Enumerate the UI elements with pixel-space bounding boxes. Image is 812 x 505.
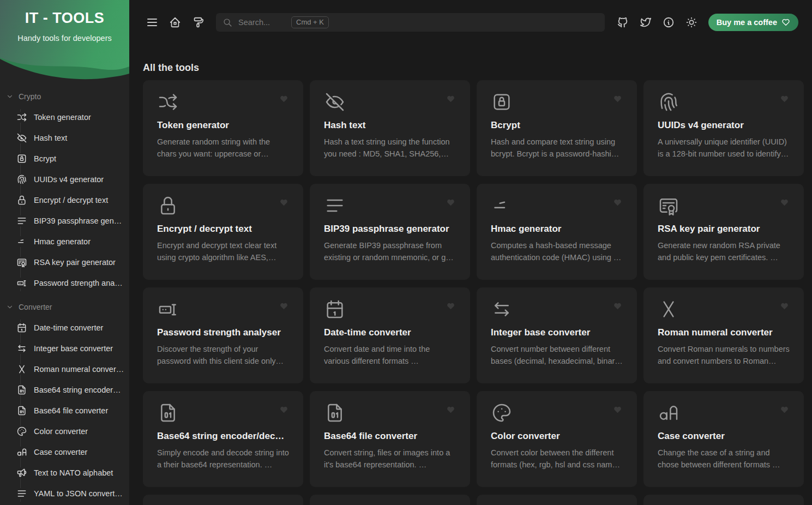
menu-button[interactable]	[143, 13, 161, 32]
sidebar-item-password-strength-ana[interactable]: Password strength ana…	[0, 273, 129, 293]
tool-card-rsa-key-pair-generator[interactable]: RSA key pair generatorGenerate new rando…	[643, 184, 804, 280]
tool-card-hmac-generator[interactable]: Hmac generatorComputes a hash-based mess…	[477, 184, 637, 280]
tool-card-partial[interactable]	[310, 495, 470, 505]
sidebar-item-label: Token generator	[34, 113, 91, 122]
buy-me-a-coffee-button[interactable]: Buy me a coffee	[708, 14, 798, 31]
theme-paint-button[interactable]	[189, 13, 207, 32]
sidebar-item-label: RSA key pair generator	[34, 258, 116, 267]
sidebar-section-header-converter[interactable]: Converter	[0, 299, 129, 315]
calendar-icon	[324, 298, 456, 320]
favorite-heart-icon[interactable]	[613, 405, 622, 414]
tool-card-integer-base-converter[interactable]: Integer base converterConvert number bet…	[477, 287, 637, 383]
search-shortcut-badge: Cmd + K	[291, 16, 329, 28]
search-input[interactable]	[238, 18, 285, 27]
sidebar-section-header-crypto[interactable]: Crypto	[0, 88, 129, 105]
tool-card-partial[interactable]	[477, 495, 637, 505]
github-button[interactable]	[613, 13, 632, 32]
theme-toggle-button[interactable]	[682, 13, 701, 32]
tool-card-description: Convert string, files or images into a i…	[324, 447, 456, 471]
hmac-lines-icon	[491, 195, 623, 217]
sidebar-item-bip39-passphrase-gen[interactable]: BIP39 passphrase gen…	[0, 211, 129, 231]
favorite-heart-icon[interactable]	[780, 198, 789, 207]
sidebar-item-case-converter[interactable]: Case converter	[0, 442, 129, 462]
favorite-heart-icon[interactable]	[780, 405, 789, 414]
sidebar-item-label: Hmac generator	[34, 237, 91, 246]
file-digit-icon	[324, 402, 456, 424]
certificate-icon	[658, 195, 790, 217]
favorite-heart-icon[interactable]	[613, 302, 622, 311]
tool-card-encrypt-decrypt-text[interactable]: Encrypt / decrypt textEncrypt and decryp…	[143, 184, 303, 280]
about-button[interactable]	[659, 13, 678, 32]
sidebar-item-bcrypt[interactable]: Bcrypt	[0, 148, 129, 169]
info-icon	[663, 16, 675, 28]
home-button[interactable]	[166, 13, 184, 32]
favorite-heart-icon[interactable]	[780, 302, 789, 311]
favorite-heart-icon[interactable]	[446, 405, 455, 414]
sidebar-item-integer-base-converter[interactable]: Integer base converter	[0, 338, 129, 359]
sidebar-nav: CryptoToken generatorHash textBcryptUUID…	[0, 82, 129, 504]
sidebar-item-base64-string-encoder[interactable]: Base64 string encoder…	[0, 380, 129, 400]
tool-card-title: Roman numeral converter	[658, 327, 790, 338]
tool-card-token-generator[interactable]: Token generatorGenerate random string wi…	[143, 80, 303, 176]
favorite-heart-icon[interactable]	[780, 94, 789, 104]
password-field-icon	[157, 298, 289, 320]
tool-card-password-strength-analyser[interactable]: Password strength analyserDiscover the s…	[143, 287, 303, 383]
palette-icon	[491, 402, 623, 424]
sidebar-item-label: Date-time converter	[34, 323, 103, 332]
sidebar-item-label: Base64 string encoder…	[34, 386, 121, 394]
eye-off-icon	[324, 91, 456, 113]
favorite-heart-icon[interactable]	[446, 198, 455, 207]
favorite-heart-icon[interactable]	[446, 94, 455, 104]
tool-card-base64-string-encoder-dec[interactable]: Base64 string encoder/dec…Simply encode …	[143, 391, 303, 487]
fingerprint-icon	[16, 174, 27, 185]
sidebar-item-color-converter[interactable]: Color converter	[0, 421, 129, 442]
tool-card-base64-file-converter[interactable]: Base64 file converterConvert string, fil…	[310, 391, 470, 487]
favorite-heart-icon[interactable]	[279, 302, 288, 311]
favorite-heart-icon[interactable]	[279, 94, 288, 104]
tool-card-uuids-v4-generator[interactable]: UUIDs v4 generatorA universally unique i…	[643, 80, 804, 176]
sidebar-item-hash-text[interactable]: Hash text	[0, 128, 129, 148]
tool-card-description: Convert Roman numerals to numbers and co…	[658, 343, 790, 367]
sidebar-item-base64-file-converter[interactable]: Base64 file converter	[0, 400, 129, 421]
sidebar-item-text-to-nato-alphabet[interactable]: Text to NATO alphabet	[0, 462, 129, 483]
sidebar-section-crypto: CryptoToken generatorHash textBcryptUUID…	[0, 88, 129, 293]
tool-card-color-converter[interactable]: Color converterConvert color between the…	[477, 391, 637, 487]
sidebar-item-hmac-generator[interactable]: Hmac generator	[0, 231, 129, 252]
tool-card-title: BIP39 passphrase generator	[324, 224, 456, 235]
tool-card-partial[interactable]	[643, 495, 804, 505]
sun-icon	[685, 16, 697, 28]
twitter-button[interactable]	[636, 13, 655, 32]
tool-card-title: Encrypt / decrypt text	[157, 224, 289, 235]
tool-card-case-converter[interactable]: Case converterChange the case of a strin…	[643, 391, 804, 487]
sidebar-section-label: Converter	[19, 303, 52, 311]
favorite-heart-icon[interactable]	[613, 198, 622, 207]
sidebar-item-label: Base64 file converter	[34, 406, 108, 415]
sidebar-item-roman-numeral-conver[interactable]: Roman numeral conver…	[0, 359, 129, 380]
sidebar-item-date-time-converter[interactable]: Date-time converter	[0, 317, 129, 338]
tool-card-bcrypt[interactable]: BcryptHash and compare text string using…	[477, 80, 637, 176]
app-title: IT - TOOLS	[0, 0, 129, 27]
tool-card-title: Token generator	[157, 120, 289, 131]
tool-card-date-time-converter[interactable]: Date-time converterConvert date and time…	[310, 287, 470, 383]
letter-x-icon	[658, 298, 790, 320]
tool-card-description: Discover the strength of your password w…	[157, 343, 289, 367]
sidebar-item-encrypt-decrypt-text[interactable]: Encrypt / decrypt text	[0, 190, 129, 211]
sidebar-item-token-generator[interactable]: Token generator	[0, 107, 129, 128]
tool-card-hash-text[interactable]: Hash textHash a text string using the fu…	[310, 80, 470, 176]
sidebar-item-rsa-key-pair-generator[interactable]: RSA key pair generator	[0, 252, 129, 273]
sidebar-item-yaml-to-json-convert[interactable]: YAML to JSON convert…	[0, 483, 129, 504]
lock-icon	[16, 195, 27, 206]
tool-card-partial[interactable]	[143, 495, 303, 505]
search-bar[interactable]: Cmd + K	[216, 13, 605, 32]
favorite-heart-icon[interactable]	[279, 405, 288, 414]
tool-card-roman-numeral-converter[interactable]: Roman numeral converterConvert Roman num…	[643, 287, 804, 383]
sidebar-item-label: BIP39 passphrase gen…	[34, 217, 122, 225]
favorite-heart-icon[interactable]	[279, 198, 288, 207]
app-logo[interactable]: IT - TOOLS Handy tools for developers	[0, 0, 129, 82]
sidebar-item-label: Text to NATO alphabet	[34, 468, 113, 477]
tool-card-bip39-passphrase-generator[interactable]: BIP39 passphrase generatorGenerate BIP39…	[310, 184, 470, 280]
favorite-heart-icon[interactable]	[446, 302, 455, 311]
favorite-heart-icon[interactable]	[613, 94, 622, 104]
sidebar-item-uuids-v4-generator[interactable]: UUIDs v4 generator	[0, 169, 129, 190]
chevron-down-icon	[6, 303, 14, 311]
